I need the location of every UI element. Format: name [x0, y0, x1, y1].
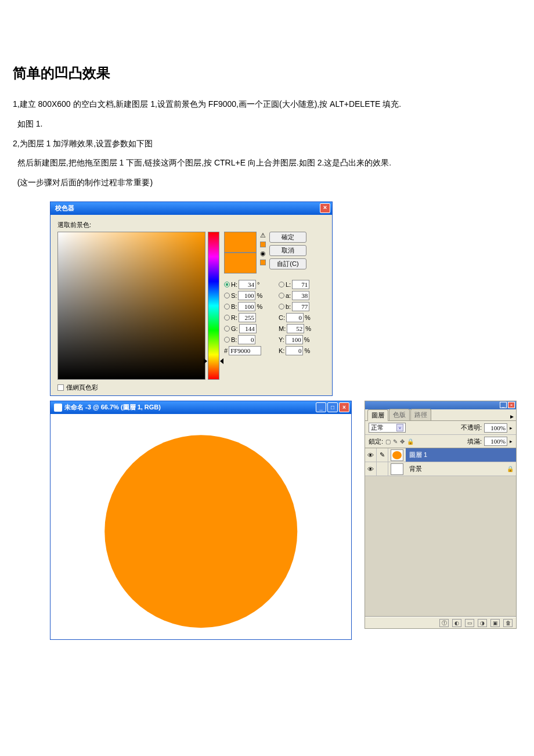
opacity-arrow-icon[interactable]: ▸ [510, 425, 513, 431]
hue-slider[interactable] [208, 232, 219, 380]
current-color-swatch [224, 253, 257, 273]
lock-label: 鎖定: [369, 437, 383, 446]
h-radio[interactable] [224, 282, 230, 287]
web-icon: ◉ [260, 250, 266, 257]
hex-input[interactable] [229, 346, 261, 355]
panel-menu-icon[interactable]: ▸ [510, 412, 514, 420]
brush-icon[interactable]: ✎ [377, 448, 388, 462]
canvas-area[interactable] [50, 414, 351, 640]
r-input[interactable] [239, 313, 256, 322]
chevron-down-icon: v [396, 424, 403, 431]
ok-button[interactable]: 確定 [269, 232, 306, 243]
minimize-icon[interactable]: _ [500, 402, 507, 408]
g-radio[interactable] [224, 326, 230, 332]
webonly-checkbox[interactable] [57, 384, 64, 391]
minimize-icon[interactable]: _ [316, 402, 326, 412]
foreground-label: 選取前景色: [57, 221, 326, 229]
g-input[interactable] [239, 324, 257, 333]
s-radio[interactable] [224, 293, 230, 298]
y-input[interactable] [286, 335, 303, 344]
color-field[interactable] [57, 232, 205, 380]
orange-circle [104, 435, 297, 628]
layer-name[interactable]: 圖層 1 [406, 448, 516, 462]
window-title: 校色器 [55, 204, 74, 213]
b2-input[interactable] [292, 302, 309, 311]
opacity-input[interactable] [484, 423, 507, 433]
close-icon[interactable]: × [508, 402, 515, 408]
tab-channels[interactable]: 色版 [389, 409, 410, 420]
maximize-icon[interactable]: □ [327, 402, 338, 412]
lock-all-icon[interactable]: 🔒 [407, 438, 414, 445]
app-icon [54, 404, 62, 412]
lock-paint-icon[interactable]: ✎ [393, 438, 398, 445]
close-icon[interactable]: × [339, 402, 349, 412]
k-input[interactable] [286, 346, 303, 355]
layer-name[interactable]: 背景 [406, 462, 507, 476]
cancel-button[interactable]: 取消 [269, 245, 306, 256]
paragraph-2a: 2,为图层 1 加浮雕效果,设置参数如下图 [13, 137, 521, 151]
lock-move-icon[interactable]: ✥ [400, 438, 405, 445]
m-input[interactable] [287, 324, 304, 333]
a-radio[interactable] [279, 293, 284, 298]
warning-icon: ⚠ [260, 232, 266, 239]
a-input[interactable] [292, 291, 309, 300]
text: 1,建立 800X600 的空白文档,新建图层 1,设置前景色为 FF9000,… [13, 99, 401, 109]
layer-row[interactable]: 👁 ✎ 圖層 1 [365, 448, 516, 462]
folder-icon[interactable]: ▭ [465, 619, 474, 627]
tab-layers[interactable]: 圖層 [367, 409, 388, 421]
eye-icon[interactable]: 👁 [365, 448, 377, 462]
l-input[interactable] [292, 280, 309, 289]
layer-thumbnail[interactable] [391, 463, 403, 475]
cube2-icon[interactable] [260, 260, 266, 265]
link-icon[interactable] [377, 462, 388, 476]
lock-trans-icon[interactable]: ▢ [385, 438, 391, 445]
canvas-title: 未命名 -3 @ 66.7% (圖層 1, RGB) [64, 403, 161, 412]
bb-input[interactable] [238, 335, 255, 344]
new-layer-icon[interactable]: ▣ [490, 619, 500, 627]
eye-icon[interactable]: 👁 [365, 462, 377, 476]
c-input[interactable] [286, 313, 304, 322]
s-input[interactable] [238, 291, 255, 300]
titlebar[interactable]: 未命名 -3 @ 66.7% (圖層 1, RGB) _ □ × [50, 401, 351, 414]
r-radio[interactable] [224, 315, 230, 321]
layer-row[interactable]: 👁 背景 🔒 [365, 462, 516, 476]
panel-footer: ⓕ ◐ ▭ ◑ ▣ 🗑 [365, 617, 516, 628]
h-input[interactable] [239, 280, 256, 289]
paragraph-2b: 然后新建图层,把他拖至图层 1 下面,链接这两个图层,按 CTRL+E 向上合并… [13, 156, 521, 170]
adjust-icon[interactable]: ◑ [478, 619, 487, 627]
color-picker-window: 校色器 × 選取前景色: ⚠ ◉ [50, 201, 333, 396]
fill-label: 填滿: [467, 437, 482, 446]
fx-icon[interactable]: ⓕ [439, 619, 449, 627]
opacity-label: 不透明: [461, 423, 482, 432]
v-input[interactable] [238, 302, 255, 311]
new-color-swatch [224, 232, 257, 253]
bb-radio[interactable] [224, 337, 230, 343]
paragraph-1b: 如图 1. [13, 117, 521, 131]
fill-input[interactable] [484, 437, 507, 446]
paragraph-1: 1,建立 800X600 的空白文档,新建图层 1,设置前景色为 FF9000,… [13, 98, 521, 111]
webonly-label: 僅網頁色彩 [66, 383, 98, 392]
paragraph-2c: (这一步骤对后面的制作过程非常重要) [13, 176, 521, 190]
mask-icon[interactable]: ◐ [452, 619, 461, 627]
l-radio[interactable] [279, 282, 284, 287]
fill-arrow-icon[interactable]: ▸ [510, 438, 513, 444]
layers-panel: _ × 圖層 色版 路徑 ▸ 正常 v 不透明: ▸ 鎖定: ▢ ✎ ✥ 🔒 填… [365, 401, 517, 629]
tab-paths[interactable]: 路徑 [410, 409, 431, 420]
titlebar[interactable]: 校色器 × [50, 202, 332, 215]
layer-thumbnail[interactable] [391, 449, 403, 461]
doc-title: 简单的凹凸效果 [13, 64, 521, 82]
trash-icon[interactable]: 🗑 [503, 619, 513, 627]
blend-mode-value: 正常 [371, 423, 384, 432]
canvas-window: 未命名 -3 @ 66.7% (圖層 1, RGB) _ □ × [50, 401, 352, 640]
blend-mode-select[interactable]: 正常 v [369, 423, 406, 433]
b2-radio[interactable] [279, 304, 284, 309]
panel-bar[interactable]: _ × [365, 401, 516, 409]
b-radio[interactable] [224, 304, 230, 309]
cube-icon[interactable] [260, 242, 266, 247]
close-icon[interactable]: × [320, 203, 330, 213]
lock-icon: 🔒 [507, 466, 516, 472]
deg-unit: ° [257, 281, 259, 288]
custom-button[interactable]: 自訂(C) [269, 258, 306, 269]
